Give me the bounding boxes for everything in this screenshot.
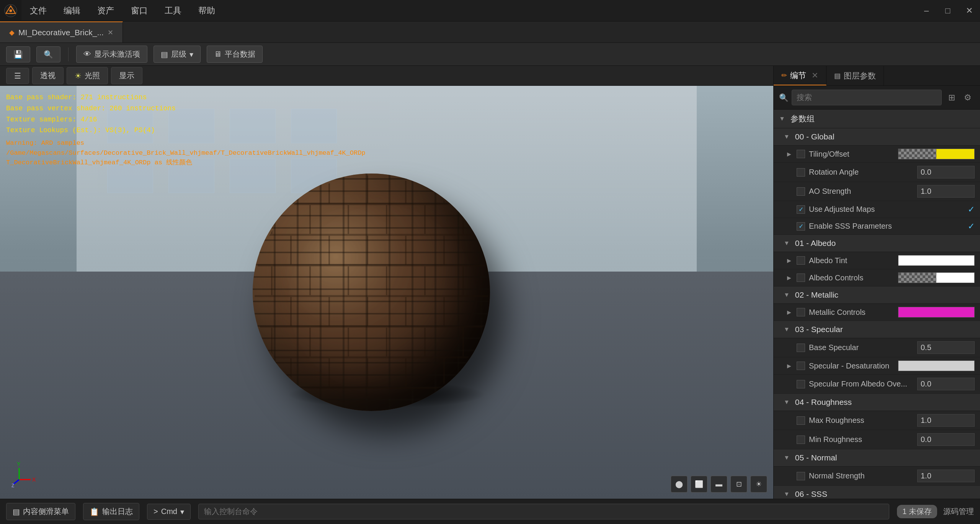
params-group-arrow-icon: ▼ bbox=[779, 115, 785, 122]
rotation-value[interactable]: 0.0 bbox=[917, 166, 975, 178]
params-group-header[interactable]: ▼ 参数组 bbox=[774, 110, 980, 128]
rotation-checkbox[interactable] bbox=[797, 168, 805, 177]
layers-button[interactable]: ▤ 层级 ▾ bbox=[154, 46, 201, 63]
metallic-value[interactable] bbox=[898, 307, 975, 318]
toggle-button-1[interactable]: ⊡ bbox=[730, 476, 747, 493]
ao-checkbox[interactable] bbox=[797, 187, 805, 196]
albedo-tint-color-bar[interactable] bbox=[898, 255, 975, 266]
ao-value[interactable]: 1.0 bbox=[917, 185, 975, 198]
tab-material[interactable]: ◆ MI_Decorative_Brick_... ✕ bbox=[0, 21, 123, 43]
grid-view-button[interactable]: ⊞ bbox=[945, 91, 959, 105]
menu-tools[interactable]: 工具 bbox=[156, 0, 190, 21]
base-specular-value-area[interactable]: 0.5 bbox=[917, 341, 975, 354]
tiling-color-bar[interactable] bbox=[898, 149, 975, 159]
menu-help[interactable]: 帮助 bbox=[190, 0, 224, 21]
perspective-button[interactable]: 透视 bbox=[32, 67, 64, 84]
search-input[interactable] bbox=[792, 90, 942, 105]
lighting-button[interactable]: ☀ 光照 bbox=[67, 67, 108, 84]
output-log-button[interactable]: 📋 输出日志 bbox=[83, 503, 139, 520]
normal-checkbox[interactable] bbox=[797, 472, 805, 480]
sss-params-checkbox[interactable]: ✓ bbox=[797, 222, 805, 231]
metallic-expand-icon[interactable]: ▶ bbox=[785, 308, 793, 316]
specular-desat-value[interactable] bbox=[898, 360, 975, 371]
editor-tab-label: 编节 bbox=[790, 70, 806, 81]
metallic-color-bar[interactable] bbox=[898, 307, 975, 318]
console-input[interactable] bbox=[198, 504, 889, 519]
app-logo bbox=[0, 0, 21, 21]
cmd-button[interactable]: > Cmd ▾ bbox=[147, 504, 191, 520]
base-specular-value[interactable]: 0.5 bbox=[917, 341, 975, 354]
adjusted-maps-label: Use Adjusted Maps bbox=[809, 205, 964, 214]
specular-desat-checkbox[interactable] bbox=[797, 362, 805, 370]
base-specular-checkbox[interactable] bbox=[797, 344, 805, 352]
specular-desat-expand-icon[interactable]: ▶ bbox=[785, 362, 793, 370]
maximize-button[interactable]: □ bbox=[937, 0, 959, 21]
show-label: 显示 bbox=[119, 70, 134, 81]
tab-close-button[interactable]: ✕ bbox=[108, 28, 113, 37]
platform-button[interactable]: 🖥 平台数据 bbox=[207, 46, 263, 63]
max-roughness-value[interactable]: 1.0 bbox=[917, 414, 975, 427]
rotation-value-area[interactable]: 0.0 bbox=[917, 166, 975, 178]
spec-albedo-checkbox[interactable] bbox=[797, 380, 805, 388]
albedo-ctrl-color-bar[interactable] bbox=[898, 272, 975, 283]
albedo-tint-expand-icon[interactable]: ▶ bbox=[785, 257, 793, 264]
normal-strength-value-area[interactable]: 1.0 bbox=[917, 470, 975, 482]
normal-section-header[interactable]: ▼ 05 - Normal bbox=[774, 449, 980, 467]
spec-albedo-value[interactable]: 0.0 bbox=[917, 378, 975, 390]
sphere-preview-button[interactable]: ⬤ bbox=[671, 476, 688, 493]
save-button[interactable]: 💾 bbox=[6, 46, 30, 62]
ao-value-area[interactable]: 1.0 bbox=[917, 185, 975, 198]
normal-strength-value[interactable]: 1.0 bbox=[917, 470, 975, 482]
show-button[interactable]: 显示 bbox=[111, 67, 142, 84]
menu-window[interactable]: 窗口 bbox=[122, 0, 156, 21]
perspective-label: 透视 bbox=[40, 70, 56, 81]
ao-expand-icon bbox=[785, 188, 793, 195]
spec-albedo-value-area[interactable]: 0.0 bbox=[917, 378, 975, 390]
min-roughness-value-area[interactable]: 0.0 bbox=[917, 433, 975, 446]
metallic-checkbox[interactable] bbox=[797, 308, 805, 316]
min-roughness-checkbox[interactable] bbox=[797, 436, 805, 444]
toggle-button-2[interactable]: ☀ bbox=[750, 476, 767, 493]
tiling-checkbox[interactable] bbox=[797, 150, 805, 158]
plane-preview-button[interactable]: ▬ bbox=[710, 476, 727, 493]
layers-icon: ▤ bbox=[161, 50, 168, 59]
content-browser-button[interactable]: ▤ 内容侧滑菜单 bbox=[6, 503, 75, 520]
albedo-section-header[interactable]: ▼ 01 - Albedo bbox=[774, 235, 980, 252]
adjusted-maps-checkbox[interactable]: ✓ bbox=[797, 205, 805, 214]
specular-section-header[interactable]: ▼ 03 - Specular bbox=[774, 321, 980, 338]
params-group-label: 参数组 bbox=[791, 113, 815, 124]
menu-file[interactable]: 文件 bbox=[21, 0, 55, 21]
albedo-tint-value[interactable] bbox=[898, 255, 975, 266]
global-section-header[interactable]: ▼ 00 - Global bbox=[774, 128, 980, 146]
albedo-tint-checkbox[interactable] bbox=[797, 256, 805, 265]
tiling-label: Tiling/Offset bbox=[809, 150, 894, 159]
cylinder-preview-button[interactable]: ⬜ bbox=[691, 476, 707, 493]
browse-button[interactable]: 🔍 bbox=[36, 46, 60, 62]
viewport-bar: ☰ 透视 ☀ 光照 显示 bbox=[0, 66, 773, 86]
max-roughness-checkbox[interactable] bbox=[797, 416, 805, 425]
tab-editor[interactable]: ✏ 编节 ✕ bbox=[774, 66, 826, 85]
max-roughness-value-area[interactable]: 1.0 bbox=[917, 414, 975, 427]
viewport[interactable]: Base pass shader: 271 instructions Base … bbox=[0, 86, 773, 499]
editor-tab-close[interactable]: ✕ bbox=[812, 71, 818, 80]
hamburger-button[interactable]: ☰ bbox=[6, 68, 29, 84]
tab-layer-params[interactable]: ▤ 图层参数 bbox=[826, 66, 884, 85]
settings-icon[interactable]: ⚙ bbox=[961, 91, 975, 105]
tiling-expand-icon[interactable]: ▶ bbox=[785, 150, 793, 158]
albedo-ctrl-expand-icon[interactable]: ▶ bbox=[785, 274, 793, 282]
roughness-section-header[interactable]: ▼ 04 - Roughness bbox=[774, 394, 980, 411]
minimize-button[interactable]: – bbox=[916, 0, 937, 21]
display-inactive-label: 显示未激活项 bbox=[94, 49, 140, 59]
menu-assets[interactable]: 资产 bbox=[89, 0, 122, 21]
source-mgmt-label[interactable]: 源码管理 bbox=[943, 506, 974, 517]
metallic-section-header[interactable]: ▼ 02 - Metallic bbox=[774, 287, 980, 304]
specular-desat-color-bar[interactable] bbox=[898, 360, 975, 371]
display-inactive-button[interactable]: 👁 显示未激活项 bbox=[76, 46, 147, 63]
close-button[interactable]: ✕ bbox=[959, 0, 980, 21]
albedo-ctrl-checkbox[interactable] bbox=[797, 273, 805, 282]
albedo-ctrl-value[interactable] bbox=[898, 272, 975, 283]
sss-params-expand-icon bbox=[785, 223, 793, 230]
min-roughness-value[interactable]: 0.0 bbox=[917, 433, 975, 446]
menu-edit[interactable]: 编辑 bbox=[55, 0, 89, 21]
normal-section-label: 05 - Normal bbox=[795, 453, 837, 462]
